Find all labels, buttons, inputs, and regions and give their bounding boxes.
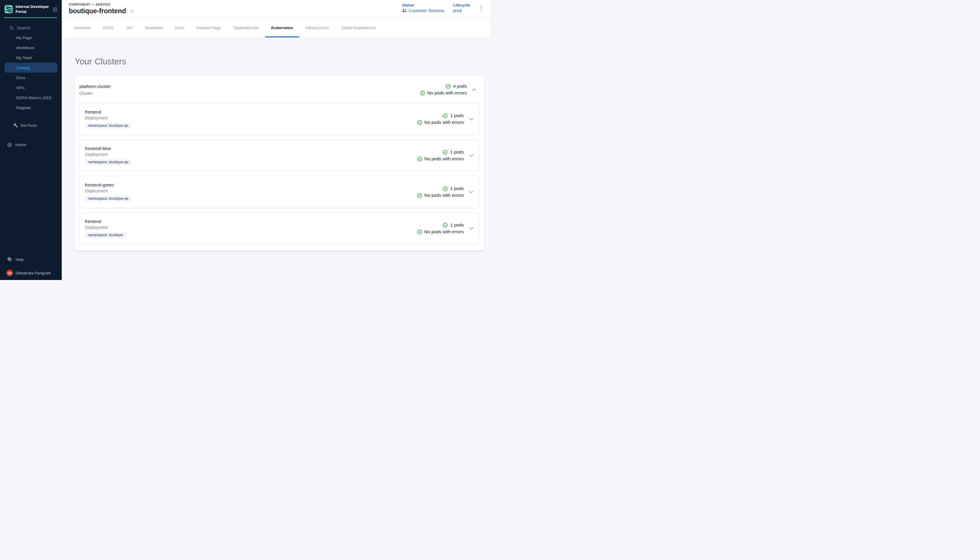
tab-label: Docs (175, 26, 184, 30)
lifecycle-value: prod (453, 8, 470, 13)
pods-count: 1 pods (450, 113, 464, 118)
sidebar-bottom: ? Help DP Debabrata Panigrahi (0, 257, 62, 280)
sidebar-item-label: Catalog (16, 66, 30, 70)
workload-name: frontend-green (85, 182, 131, 187)
pods-count: 1 pods (450, 186, 464, 191)
workload-type: Deployment (85, 225, 126, 230)
brand-title: Internal Developer Portal (16, 4, 51, 14)
sidebar-item-my-team[interactable]: My Team (4, 53, 57, 63)
tab-scorecard[interactable]: Scorecard (139, 18, 169, 37)
workload-info: frontend Deployment namespace: boutique (85, 219, 126, 238)
namespace-chip: namespace: boutique (85, 232, 126, 238)
owner-value[interactable]: Customer Success (409, 8, 444, 13)
sidebar-item-register[interactable]: Register (4, 103, 57, 113)
sidebar-item-label: My Team (16, 56, 32, 60)
sidebar-item-dora-metrics-sei-[interactable]: DORA Metrics (SEI) (4, 93, 57, 103)
workload-status: 1 pods No pods with errors (417, 149, 473, 162)
brand: Internal Developer Portal (4, 4, 57, 14)
workload-row[interactable]: frontend-green Deployment namespace: bou… (80, 176, 479, 208)
sidebar-item-label: My Page (16, 36, 32, 40)
chevron-down-icon[interactable] (469, 227, 473, 230)
sidebar-item-apis[interactable]: APIs (4, 83, 57, 93)
workload-name: frontend (85, 109, 131, 114)
tab-chaos-experiments[interactable]: Chaos Experiments (335, 18, 382, 37)
workload-name: frontend (85, 219, 126, 224)
tab-dependencies[interactable]: Dependencies (227, 18, 265, 37)
workload-row[interactable]: frontend-blue Deployment namespace: bout… (80, 139, 479, 172)
content: Your Clusters platform-cluster Cluster 4… (62, 37, 490, 280)
pods-errors: No pods with errors (424, 156, 464, 162)
user-name: Debabrata Panigrahi (16, 271, 51, 275)
tab-label: Feature Flags (197, 26, 221, 30)
sidebar-nav: My PageWorkflowsMy TeamCatalogDocsAPIsDO… (0, 33, 62, 113)
sidebar-item-admin[interactable]: Admin (0, 140, 62, 149)
sidebar-item-label: Admin (15, 143, 26, 147)
pods-count: 1 pods (450, 222, 464, 228)
cluster-name: platform-cluster (80, 84, 111, 89)
tab-feature-flags[interactable]: Feature Flags (191, 18, 227, 37)
namespace-chip: namespace: boutique-qa (85, 196, 131, 202)
chevron-up-icon[interactable] (472, 88, 477, 91)
workload-row[interactable]: frontend Deployment namespace: boutique-… (80, 103, 479, 135)
sidebar-divider (4, 135, 57, 136)
apps-grid-icon[interactable] (53, 7, 57, 12)
workload-info: frontend-blue Deployment namespace: bout… (85, 146, 131, 165)
workload-type: Deployment (85, 152, 131, 157)
workload-status: 1 pods No pods with errors (417, 222, 473, 234)
favorite-star-icon[interactable] (130, 9, 135, 14)
kebab-menu-icon[interactable] (481, 5, 482, 11)
check-circle-icon (417, 157, 422, 162)
chevron-down-icon[interactable] (469, 118, 473, 121)
workload-row[interactable]: frontend Deployment namespace: boutique … (80, 212, 479, 244)
workload-status: 1 pods No pods with errors (417, 113, 473, 125)
workload-info: frontend Deployment namespace: boutique-… (85, 109, 131, 129)
clusters-heading: Your Clusters (75, 57, 490, 67)
pods-errors: No pods with errors (424, 229, 464, 234)
cluster-card: platform-cluster Cluster 4 pods No pods … (75, 76, 484, 251)
lifecycle-block: Lifecycle prod (453, 3, 470, 13)
wrench-icon (13, 123, 18, 128)
lifecycle-label: Lifecycle (453, 3, 470, 7)
sidebar-item-label: Workflows (16, 46, 34, 50)
tab-ci-cd[interactable]: CI/CD (97, 18, 120, 37)
check-circle-icon (443, 223, 448, 228)
sidebar-item-label: Register (16, 106, 31, 110)
help-chat-icon: ? (7, 257, 12, 262)
brand-underline (4, 17, 57, 18)
workload-type: Deployment (85, 116, 131, 120)
sidebar-item-label: APIs (16, 86, 25, 90)
check-circle-icon (443, 186, 448, 191)
sidebar: Internal Developer Portal Search My Page… (0, 0, 62, 280)
user-menu[interactable]: DP Debabrata Panigrahi (0, 270, 62, 276)
pods-count: 1 pods (450, 149, 464, 155)
sidebar-item-catalog[interactable]: Catalog (4, 63, 57, 73)
tab-label: Overview (74, 26, 91, 30)
pods-errors: No pods with errors (424, 120, 464, 125)
sidebar-item-devtools[interactable]: DevTools (4, 120, 57, 130)
chevron-down-icon[interactable] (469, 154, 473, 157)
tab-label: Kubernetes (271, 26, 293, 30)
check-circle-icon (417, 229, 422, 234)
sidebar-search[interactable]: Search (9, 25, 62, 31)
tabs-bar: OverviewCI/CDAPIScorecardDocsFeature Fla… (62, 18, 490, 37)
tab-kubernetes[interactable]: Kubernetes (265, 18, 299, 37)
cluster-pods-errors: No pods with errors (427, 90, 467, 96)
owner-block: Owner Customer Success (402, 3, 444, 13)
check-circle-icon (443, 113, 448, 118)
tab-docs[interactable]: Docs (169, 18, 191, 37)
sidebar-item-label: DevTools (21, 123, 37, 128)
help-button[interactable]: ? Help (0, 257, 62, 262)
tab-label: Scorecard (145, 26, 163, 30)
cluster-header[interactable]: platform-cluster Cluster 4 pods No pods … (75, 76, 484, 103)
sidebar-item-workflows[interactable]: Workflows (4, 43, 57, 53)
check-circle-icon (446, 84, 451, 89)
sidebar-item-docs[interactable]: Docs (4, 73, 57, 83)
page-header: COMPONENT — SERVICE boutique-frontend Ow… (62, 0, 490, 18)
chevron-down-icon[interactable] (469, 191, 473, 193)
tab-infrastructure[interactable]: Infrastructure (299, 18, 335, 37)
tab-overview[interactable]: Overview (68, 18, 97, 37)
svg-text:?: ? (8, 258, 10, 260)
tab-api[interactable]: API (120, 18, 139, 37)
app-logo-icon (4, 5, 13, 13)
sidebar-item-my-page[interactable]: My Page (4, 33, 57, 43)
